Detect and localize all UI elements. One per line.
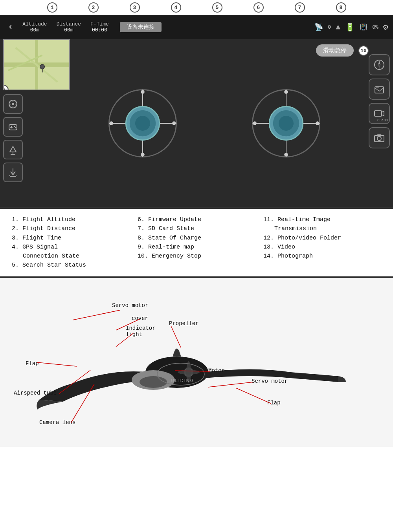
legend-item-11: 11. Real-time Image <box>263 215 381 224</box>
photo-folder-button[interactable] <box>369 79 390 100</box>
label-airspeed-tube: Airspeed tube <box>14 390 57 396</box>
legend-col3: 11. Real-time Image Transmission 12. Pho… <box>263 215 381 270</box>
svg-point-34 <box>135 116 150 131</box>
top-badges-row: 1 2 3 4 5 6 7 8 <box>0 0 393 15</box>
svg-point-38 <box>284 90 288 94</box>
legend-item-4b: Connection State <box>12 252 130 261</box>
badge-8: 8 <box>336 2 346 13</box>
svg-rect-51 <box>376 87 379 88</box>
svg-point-8 <box>12 103 14 105</box>
svg-point-5 <box>40 64 45 69</box>
legend-item-12: 12. Photo/video Folder <box>263 234 381 243</box>
badge-2: 2 <box>88 2 99 13</box>
altitude-value: 00m <box>30 27 39 33</box>
mode-button-1[interactable] <box>3 94 23 114</box>
legend-item-14: 14. Photograph <box>263 252 381 261</box>
svg-line-72 <box>71 384 94 423</box>
svg-point-44 <box>279 116 294 131</box>
label-cover: cover <box>132 315 148 322</box>
svg-point-41 <box>316 121 320 125</box>
badge-5: 5 <box>212 2 222 13</box>
legend-section: 1. Flight Altitude 2. Flight Distance 3.… <box>0 207 393 278</box>
legend-item-3: 3. Flight Time <box>12 234 130 243</box>
battery-percent: 0% <box>372 24 378 30</box>
vibration-icon: 📳 <box>360 23 367 31</box>
svg-line-68 <box>171 326 181 347</box>
header-icons: 📡 0 ▲ 🔋 📳 0% ⚙ <box>314 22 388 33</box>
legend-item-9: 9. Real-time map <box>138 243 255 252</box>
ftime-label: F-Time <box>90 21 109 27</box>
svg-line-73 <box>208 382 253 387</box>
takeoff-button[interactable] <box>3 140 23 159</box>
legend-item-10: 10. Emergency Stop <box>138 252 255 261</box>
badge-6: 6 <box>253 2 264 13</box>
label-motor: Motor <box>208 367 225 374</box>
distance-stat: Distance 00m <box>57 21 81 33</box>
svg-point-16 <box>14 126 15 127</box>
legend-item-4: 4. GPS Signal <box>12 243 130 252</box>
legend-item-7: 7. SD Card State <box>138 224 255 233</box>
ftime-value: 00:00 <box>92 27 107 33</box>
gps-icon: 📡 <box>314 23 323 31</box>
right-control-buttons: SN 11 12 00:00 13 14 <box>369 54 390 148</box>
drone-app-panel: ‹ Altitude 00m Distance 00m F-Time 00:00… <box>0 15 393 207</box>
left-joystick[interactable] <box>105 86 180 161</box>
right-joystick[interactable] <box>249 86 323 161</box>
label-servo-motor-2: Servo motor <box>252 378 288 384</box>
svg-point-17 <box>15 127 17 128</box>
back-button[interactable]: ‹ <box>5 21 16 34</box>
label-servo-motor-1: Servo motor <box>112 302 148 309</box>
video-button[interactable]: 00:00 <box>369 103 390 124</box>
svg-point-31 <box>172 121 176 125</box>
legend-item-1: 1. Flight Altitude <box>12 215 130 224</box>
gps-count: 0 <box>328 24 331 30</box>
left-control-buttons <box>3 94 23 182</box>
battery-icon: 🔋 <box>345 22 355 32</box>
heading-icon: ▲ <box>336 23 340 32</box>
altitude-label: Altitude <box>22 21 47 27</box>
drone-diagram-section: GLIDING Servo motor cover Indicatorlight… <box>0 278 393 447</box>
legend-col1: 1. Flight Altitude 2. Flight Distance 3.… <box>12 215 130 270</box>
svg-point-29 <box>141 153 145 157</box>
svg-point-40 <box>253 121 257 125</box>
svg-point-55 <box>377 137 381 141</box>
connection-status: 设备未连接 <box>120 22 162 32</box>
video-timer: 00:00 <box>377 119 388 122</box>
ftime-stat: F-Time 00:00 <box>90 21 109 33</box>
map-svg <box>4 40 69 90</box>
label-propeller: Propeller <box>169 320 199 327</box>
distance-label: Distance <box>57 21 81 27</box>
settings-icon[interactable]: ⚙ <box>383 22 388 33</box>
landing-button[interactable] <box>3 163 23 182</box>
heading-button[interactable]: SN <box>369 54 390 75</box>
legend-item-2: 2. Flight Distance <box>12 224 130 233</box>
badge-1: 1 <box>47 2 57 13</box>
legend-item-5: 5. Search Star Status <box>12 261 130 270</box>
photo-button[interactable] <box>369 127 390 148</box>
legend-item-8: 8. State Of Charge <box>138 234 255 243</box>
legend-grid: 1. Flight Altitude 2. Flight Distance 3.… <box>12 215 381 270</box>
gamepad-button[interactable] <box>3 117 23 137</box>
label-flap-right: Flap <box>267 400 281 406</box>
svg-line-67 <box>116 333 134 347</box>
label-indicator-light: Indicatorlight <box>126 325 156 338</box>
svg-point-59 <box>140 376 167 388</box>
distance-value: 00m <box>64 27 73 33</box>
badge-10: 10 <box>358 46 369 56</box>
legend-col2: 6. Firmware Update 7. SD Card State 8. S… <box>138 215 255 270</box>
legend-item-13: 13. Video <box>263 243 381 252</box>
svg-line-74 <box>236 388 271 404</box>
svg-text:N: N <box>378 60 380 63</box>
svg-line-70 <box>175 371 210 371</box>
legend-item-11b: Transmission <box>263 224 381 233</box>
joysticks-area <box>71 39 358 207</box>
svg-text:GLIDING: GLIDING <box>171 378 194 383</box>
badge-7: 7 <box>295 2 305 13</box>
label-camera-lens: Camera lens <box>39 419 75 426</box>
svg-point-39 <box>284 153 288 157</box>
svg-line-69 <box>37 362 77 366</box>
svg-marker-53 <box>382 111 384 116</box>
svg-text:S: S <box>378 68 380 70</box>
svg-marker-18 <box>10 146 16 152</box>
app-header: ‹ Altitude 00m Distance 00m F-Time 00:00… <box>0 15 393 39</box>
